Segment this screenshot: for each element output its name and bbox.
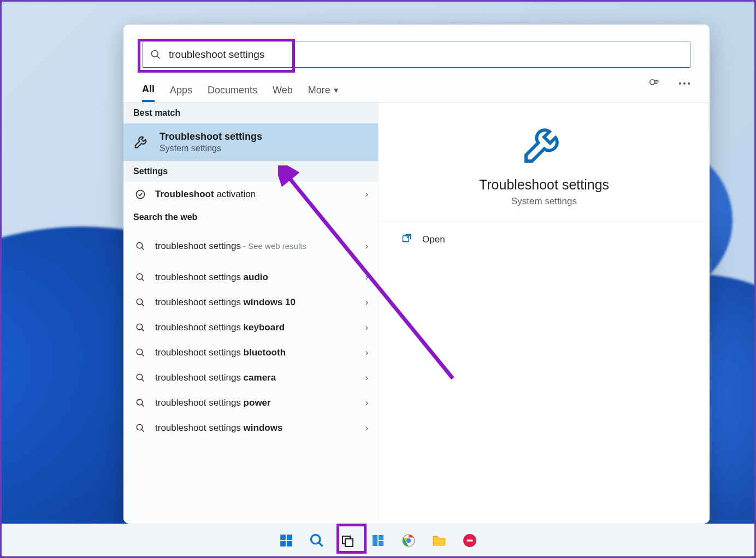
svg-point-29 [311,535,320,543]
app-icon[interactable] [459,530,480,551]
search-top [123,25,710,68]
chrome-icon[interactable] [398,530,419,551]
svg-rect-28 [287,541,292,547]
svg-line-10 [142,279,144,281]
search-icon [133,423,147,433]
search-icon [133,398,147,408]
svg-point-21 [137,424,143,430]
tab-web[interactable]: Web [273,78,293,102]
svg-rect-32 [345,539,353,547]
widgets-icon[interactable] [368,530,388,551]
preview-pane: Troubleshoot settings System settings Op… [378,103,710,520]
section-best-match: Best match [123,103,378,123]
best-match-subtitle: System settings [160,144,262,153]
preview-title: Troubleshoot settings [479,177,609,193]
web-result[interactable]: troubleshoot settings keyboard › [123,315,378,340]
taskbar-search-icon[interactable] [306,530,327,551]
svg-point-4 [683,82,686,85]
svg-line-16 [142,354,144,357]
web-result-text: troubleshoot settings windows [155,423,365,434]
tab-documents[interactable]: Documents [208,78,257,102]
svg-point-37 [406,538,411,543]
svg-rect-26 [287,535,292,540]
check-circle-icon [133,189,147,200]
svg-rect-35 [379,541,383,546]
svg-line-30 [319,543,322,546]
svg-point-5 [688,82,690,85]
reward-icon[interactable] [644,74,664,93]
web-result[interactable]: troubleshoot settings - See web results … [123,228,378,265]
svg-point-19 [137,399,143,405]
start-button[interactable] [276,530,297,551]
web-result-text: troubleshoot settings - See web results [155,233,365,259]
best-match-result[interactable]: Troubleshoot settings System settings [123,123,378,161]
svg-line-12 [142,304,144,306]
best-match-title: Troubleshoot settings [160,131,262,143]
tab-all[interactable]: All [142,78,155,102]
svg-line-8 [142,248,144,250]
settings-result-text: Troubleshoot activation [155,189,365,200]
search-body: Best match Troubleshoot settings System … [123,103,710,520]
wrench-icon [520,119,568,169]
chevron-right-icon: › [365,272,368,282]
web-result-text: troubleshoot settings bluetooth [155,347,365,358]
search-icon [133,272,147,282]
svg-point-13 [137,324,143,330]
svg-rect-27 [280,541,286,547]
tab-more[interactable]: More▼ [308,78,340,102]
web-result[interactable]: troubleshoot settings windows › [123,415,378,441]
preview-open-label: Open [422,234,445,245]
svg-point-15 [137,349,143,355]
preview-header: Troubleshoot settings System settings [379,103,710,222]
search-bar[interactable] [142,41,691,68]
chevron-right-icon: › [365,373,368,383]
taskbar [2,524,754,556]
chevron-down-icon: ▼ [333,86,340,94]
search-input[interactable] [169,49,690,61]
svg-line-18 [142,379,144,382]
search-icon [133,323,147,333]
web-result-text: troubleshoot settings audio [155,272,365,283]
task-view-icon[interactable] [337,530,358,551]
search-window: All Apps Documents Web More▼ Best match … [123,25,710,524]
svg-point-9 [137,274,143,280]
chevron-right-icon: › [365,298,368,307]
svg-line-20 [142,405,144,407]
search-icon [133,348,147,358]
search-tabs: All Apps Documents Web More▼ [123,68,710,103]
web-result-text: troubleshoot settings power [155,397,365,408]
tab-apps[interactable]: Apps [170,78,192,102]
settings-result[interactable]: Troubleshoot activation › [123,182,378,207]
web-result-text: troubleshoot settings keyboard [155,322,365,333]
svg-rect-33 [373,535,377,546]
section-settings: Settings [123,161,378,182]
svg-line-14 [142,329,144,331]
web-result[interactable]: troubleshoot settings windows 10 › [123,290,378,315]
svg-line-22 [142,430,144,432]
svg-rect-25 [280,535,286,540]
search-icon [133,373,147,383]
web-result[interactable]: troubleshoot settings audio › [123,265,378,290]
svg-point-3 [679,82,681,85]
svg-rect-34 [379,535,383,540]
tab-more-label: More [308,85,330,96]
svg-point-2 [650,80,655,85]
web-result-text: troubleshoot settings windows 10 [155,297,365,308]
web-result[interactable]: troubleshoot settings bluetooth › [123,340,378,365]
web-result[interactable]: troubleshoot settings camera › [123,365,378,390]
svg-point-0 [152,50,158,57]
svg-point-11 [137,299,143,305]
web-result-text: troubleshoot settings camera [155,372,365,383]
preview-open[interactable]: Open [379,222,710,257]
more-icon[interactable] [675,74,694,93]
search-icon [133,298,147,307]
web-result[interactable]: troubleshoot settings power › [123,390,378,415]
open-icon [401,233,412,246]
svg-point-17 [137,374,143,380]
chevron-right-icon: › [365,241,368,251]
file-explorer-icon[interactable] [429,530,450,551]
search-icon [143,49,169,60]
chevron-right-icon: › [365,423,368,433]
preview-subtitle: System settings [511,196,577,207]
svg-line-1 [157,56,160,58]
